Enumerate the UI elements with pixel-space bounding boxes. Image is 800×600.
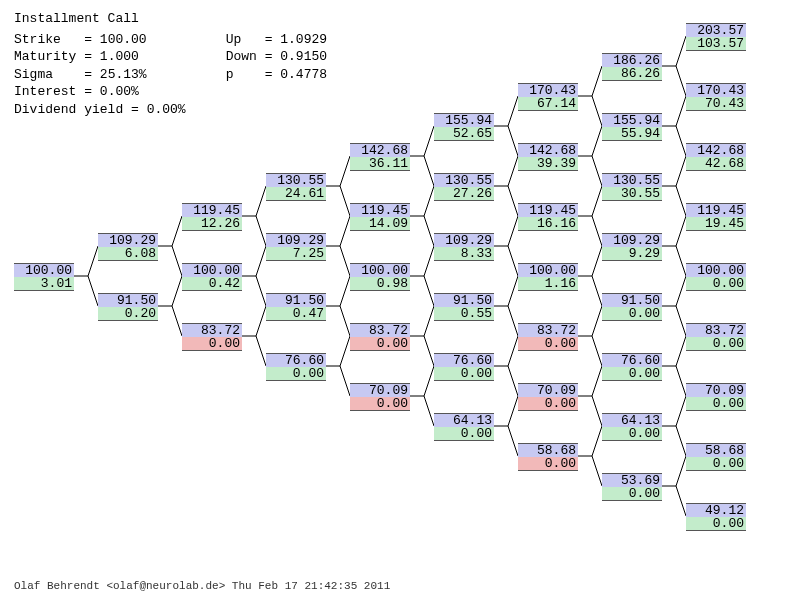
svg-line-7	[172, 276, 182, 306]
node-option-value: 0.00	[434, 367, 494, 381]
svg-line-23	[340, 246, 350, 276]
node-option-value: 19.45	[686, 217, 746, 231]
svg-line-56	[508, 306, 518, 336]
node-stock-price: 70.09	[518, 383, 578, 397]
node-option-value: 0.20	[98, 307, 158, 321]
node-stock-price: 100.00	[686, 263, 746, 277]
node-option-value: 0.00	[686, 457, 746, 471]
node-stock-price: 100.00	[182, 263, 242, 277]
svg-line-77	[592, 336, 602, 366]
svg-line-8	[172, 306, 182, 336]
tree-node: 76.600.00	[266, 353, 326, 381]
svg-line-47	[508, 126, 518, 156]
node-option-value: 0.00	[686, 277, 746, 291]
tree-node: 142.6842.68	[686, 143, 746, 171]
tree-node: 142.6836.11	[350, 143, 410, 171]
node-option-value: 0.00	[602, 487, 662, 501]
node-stock-price: 64.13	[602, 413, 662, 427]
node-option-value: 0.00	[518, 397, 578, 411]
tree-node: 119.4514.09	[350, 203, 410, 231]
tree-node: 142.6839.39	[518, 143, 578, 171]
tree-node: 58.680.00	[686, 443, 746, 471]
svg-line-86	[676, 66, 686, 96]
svg-line-32	[424, 156, 434, 186]
node-stock-price: 83.72	[182, 323, 242, 337]
svg-line-79	[592, 366, 602, 396]
svg-line-20	[340, 186, 350, 216]
svg-line-35	[424, 216, 434, 246]
svg-line-101	[676, 366, 686, 396]
tree-node: 91.500.55	[434, 293, 494, 321]
svg-line-44	[424, 396, 434, 426]
svg-line-34	[424, 186, 434, 216]
node-option-value: 0.00	[686, 517, 746, 531]
svg-line-97	[676, 276, 686, 306]
svg-line-28	[340, 336, 350, 366]
svg-line-2	[88, 276, 98, 306]
svg-line-41	[424, 336, 434, 366]
svg-line-46	[508, 96, 518, 126]
node-stock-price: 130.55	[602, 173, 662, 187]
tree-node: 100.000.42	[182, 263, 242, 291]
node-stock-price: 100.00	[518, 263, 578, 277]
node-stock-price: 91.50	[98, 293, 158, 307]
node-stock-price: 53.69	[602, 473, 662, 487]
tree-node: 109.298.33	[434, 233, 494, 261]
node-stock-price: 142.68	[350, 143, 410, 157]
svg-line-38	[424, 276, 434, 306]
node-stock-price: 155.94	[434, 113, 494, 127]
node-option-value: 30.55	[602, 187, 662, 201]
node-stock-price: 130.55	[434, 173, 494, 187]
svg-line-58	[508, 336, 518, 366]
svg-line-82	[592, 426, 602, 456]
tree-node: 64.130.00	[602, 413, 662, 441]
tree-node: 119.4516.16	[518, 203, 578, 231]
node-stock-price: 130.55	[266, 173, 326, 187]
svg-line-17	[256, 336, 266, 366]
svg-line-65	[592, 96, 602, 126]
tree-node: 155.9455.94	[602, 113, 662, 141]
svg-line-94	[676, 216, 686, 246]
tree-node: 203.57103.57	[686, 23, 746, 51]
svg-line-95	[676, 246, 686, 276]
tree-node: 119.4512.26	[182, 203, 242, 231]
svg-line-49	[508, 156, 518, 186]
node-option-value: 7.25	[266, 247, 326, 261]
svg-line-85	[676, 36, 686, 66]
tree-node: 70.090.00	[686, 383, 746, 411]
tree-node: 130.5524.61	[266, 173, 326, 201]
node-option-value: 52.65	[434, 127, 494, 141]
tree-node: 53.690.00	[602, 473, 662, 501]
node-stock-price: 58.68	[686, 443, 746, 457]
svg-line-25	[340, 276, 350, 306]
node-option-value: 1.16	[518, 277, 578, 291]
node-stock-price: 203.57	[686, 23, 746, 37]
svg-line-61	[508, 396, 518, 426]
svg-line-100	[676, 336, 686, 366]
svg-line-107	[676, 486, 686, 516]
tree-node: 76.600.00	[434, 353, 494, 381]
node-stock-price: 100.00	[14, 263, 74, 277]
node-stock-price: 142.68	[686, 143, 746, 157]
svg-line-92	[676, 186, 686, 216]
node-stock-price: 70.09	[686, 383, 746, 397]
svg-line-106	[676, 456, 686, 486]
tree-node: 119.4519.45	[686, 203, 746, 231]
node-option-value: 0.00	[686, 397, 746, 411]
node-stock-price: 83.72	[518, 323, 578, 337]
svg-line-67	[592, 126, 602, 156]
tree-node: 76.600.00	[602, 353, 662, 381]
node-option-value: 0.55	[434, 307, 494, 321]
tree-node: 91.500.00	[602, 293, 662, 321]
tree-node: 130.5527.26	[434, 173, 494, 201]
svg-line-31	[424, 126, 434, 156]
node-stock-price: 186.26	[602, 53, 662, 67]
svg-line-22	[340, 216, 350, 246]
svg-line-83	[592, 456, 602, 486]
node-stock-price: 70.09	[350, 383, 410, 397]
node-option-value: 3.01	[14, 277, 74, 291]
node-option-value: 67.14	[518, 97, 578, 111]
svg-line-76	[592, 306, 602, 336]
tree-node: 100.003.01	[14, 263, 74, 291]
svg-line-13	[256, 246, 266, 276]
